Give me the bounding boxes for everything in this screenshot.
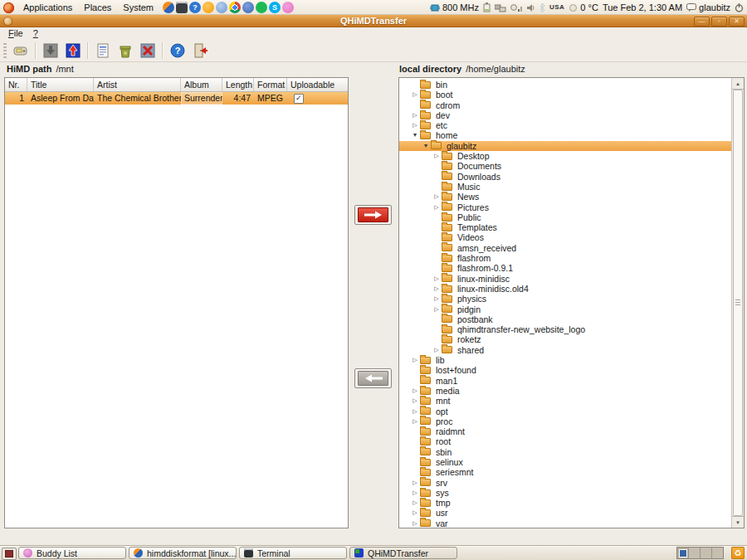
delete-button[interactable] bbox=[136, 41, 159, 61]
nm-signal-applet[interactable] bbox=[510, 3, 523, 12]
table-row[interactable]: 1Asleep From DayThe Chemical BrothersSur… bbox=[5, 92, 348, 105]
minimize-button[interactable]: — bbox=[694, 17, 710, 27]
vertical-scrollbar[interactable]: ▲ ▼ bbox=[731, 78, 744, 528]
tree-item-qhimdtransfer-new_website_logo[interactable]: qhimdtransfer-new_website_logo bbox=[399, 324, 731, 334]
tree-item-glaubitz[interactable]: ▼glaubitz bbox=[399, 141, 731, 151]
scrollbar-thumb[interactable] bbox=[733, 90, 743, 516]
expander-icon[interactable]: ▼ bbox=[410, 130, 420, 140]
workspace-4[interactable] bbox=[712, 548, 723, 558]
tree-item-opt[interactable]: ▷opt bbox=[399, 407, 731, 416]
weather-applet[interactable]: 0 °C bbox=[569, 0, 598, 15]
network-applet[interactable] bbox=[495, 3, 506, 12]
workspace-1[interactable] bbox=[677, 548, 689, 558]
expander-icon[interactable]: ▷ bbox=[410, 488, 420, 498]
expander-icon[interactable]: ▷ bbox=[410, 407, 420, 416]
scroll-down-button[interactable]: ▼ bbox=[732, 516, 744, 528]
tree-item-Music[interactable]: Music bbox=[399, 182, 731, 192]
expander-icon[interactable]: ▷ bbox=[410, 386, 420, 396]
tree-item-home[interactable]: ▼home bbox=[399, 130, 731, 140]
tree-item-usr[interactable]: ▷usr bbox=[399, 508, 731, 518]
workspace-2[interactable] bbox=[689, 548, 701, 558]
terminal-icon[interactable] bbox=[176, 2, 188, 13]
firefox-icon[interactable] bbox=[163, 2, 174, 13]
expander-icon[interactable]: ▷ bbox=[432, 274, 442, 284]
column-header-nr[interactable]: Nr. bbox=[5, 78, 27, 91]
connect-button[interactable] bbox=[9, 41, 32, 61]
expander-icon[interactable]: ▷ bbox=[410, 396, 420, 406]
tree-item-shared[interactable]: ▷shared bbox=[399, 345, 731, 355]
expander-icon[interactable]: ▷ bbox=[432, 284, 442, 294]
task-button-qhimdtransfer[interactable]: QHiMDTransfer bbox=[349, 547, 457, 559]
task-button-terminal[interactable]: Terminal bbox=[239, 547, 347, 559]
quit-button[interactable] bbox=[188, 41, 211, 61]
maximize-button[interactable]: ▫ bbox=[711, 17, 727, 27]
power-applet[interactable] bbox=[735, 3, 744, 12]
tree-item-Public[interactable]: Public bbox=[399, 212, 731, 222]
battery-applet[interactable] bbox=[483, 2, 491, 12]
tree-item-Pictures[interactable]: ▷Pictures bbox=[399, 202, 731, 212]
expander-icon[interactable]: ▷ bbox=[432, 304, 442, 314]
tree-item-man1[interactable]: man1 bbox=[399, 376, 731, 386]
menu-applications[interactable]: Applications bbox=[17, 0, 78, 15]
cheese-icon[interactable] bbox=[203, 2, 214, 13]
column-header-artist[interactable]: Artist bbox=[94, 78, 181, 91]
help-icon[interactable] bbox=[189, 2, 201, 13]
column-header-album[interactable]: Album bbox=[181, 78, 222, 91]
tree-item-srv[interactable]: ▷srv bbox=[399, 478, 731, 488]
show-desktop-button[interactable] bbox=[2, 548, 17, 560]
expander-icon[interactable]: ▷ bbox=[410, 110, 420, 120]
workspace-3[interactable] bbox=[701, 548, 712, 558]
task-button-firefox[interactable]: himddiskformat [linux... bbox=[129, 547, 237, 559]
keyboard-layout-applet[interactable]: USA bbox=[549, 0, 564, 15]
trash-applet[interactable]: ♻ bbox=[731, 547, 745, 559]
transfer-to-himd-button[interactable] bbox=[354, 368, 392, 388]
tree-item-pidgin[interactable]: ▷pidgin bbox=[399, 304, 731, 314]
expander-icon[interactable]: ▷ bbox=[410, 508, 420, 518]
rename-button[interactable] bbox=[91, 41, 114, 61]
expander-icon[interactable]: ▷ bbox=[410, 498, 420, 508]
tree-item-physics[interactable]: ▷physics bbox=[399, 294, 731, 304]
tree-item-media[interactable]: ▷media bbox=[399, 386, 731, 396]
tree-item-sbin[interactable]: sbin bbox=[399, 447, 731, 457]
tree-item-sys[interactable]: ▷sys bbox=[399, 488, 731, 498]
tree-item-roketz[interactable]: roketz bbox=[399, 334, 731, 344]
expander-icon[interactable]: ▷ bbox=[410, 519, 420, 528]
expander-icon[interactable]: ▷ bbox=[410, 90, 420, 100]
tree-item-Videos[interactable]: Videos bbox=[399, 232, 731, 242]
menubar-item-help[interactable]: ? bbox=[28, 27, 43, 40]
spotify-icon[interactable] bbox=[256, 2, 267, 13]
amsn-icon[interactable] bbox=[282, 2, 294, 13]
chrome-icon[interactable] bbox=[229, 2, 241, 13]
toolbar-handle[interactable] bbox=[3, 43, 7, 58]
tree-item-Templates[interactable]: Templates bbox=[399, 222, 731, 232]
task-button-buddy-list[interactable]: Buddy List bbox=[18, 547, 126, 559]
tree-item-dev[interactable]: ▷dev bbox=[399, 110, 731, 120]
tree-item-amsn_received[interactable]: amsn_received bbox=[399, 243, 731, 253]
tree-item-Downloads[interactable]: Downloads bbox=[399, 172, 731, 182]
format-button[interactable] bbox=[114, 41, 136, 61]
tree-item-News[interactable]: ▷News bbox=[399, 192, 731, 202]
tree-item-selinux[interactable]: selinux bbox=[399, 457, 731, 467]
bluetooth-applet[interactable] bbox=[540, 3, 545, 12]
tree-item-lib[interactable]: ▷lib bbox=[399, 355, 731, 365]
expander-icon[interactable]: ▷ bbox=[410, 416, 420, 426]
tree-item-tmp[interactable]: ▷tmp bbox=[399, 498, 731, 508]
expander-icon[interactable]: ▷ bbox=[432, 202, 442, 212]
tree-item-postbank[interactable]: postbank bbox=[399, 314, 731, 324]
me-menu-applet[interactable]: glaubitz bbox=[686, 0, 730, 15]
tree-item-root[interactable]: root bbox=[399, 436, 731, 446]
volume-applet[interactable] bbox=[527, 3, 535, 12]
window-titlebar[interactable]: QHiMDTransfer — ▫ ✕ bbox=[0, 15, 747, 27]
ubuntu-logo-icon[interactable] bbox=[3, 2, 14, 13]
download-tracks-button[interactable] bbox=[39, 41, 61, 61]
expander-icon[interactable]: ▼ bbox=[421, 141, 431, 151]
expander-icon[interactable]: ▷ bbox=[432, 151, 442, 161]
tree-item-lost+found[interactable]: lost+found bbox=[399, 365, 731, 375]
expander-icon[interactable]: ▷ bbox=[432, 294, 442, 304]
tree-item-cdrom[interactable]: cdrom bbox=[399, 100, 731, 110]
help-button[interactable]: ? bbox=[166, 41, 188, 61]
column-header-length[interactable]: Length bbox=[222, 78, 254, 91]
close-button[interactable]: ✕ bbox=[729, 17, 745, 27]
tree-item-Desktop[interactable]: ▷Desktop bbox=[399, 151, 731, 161]
expander-icon[interactable]: ▷ bbox=[432, 192, 442, 202]
